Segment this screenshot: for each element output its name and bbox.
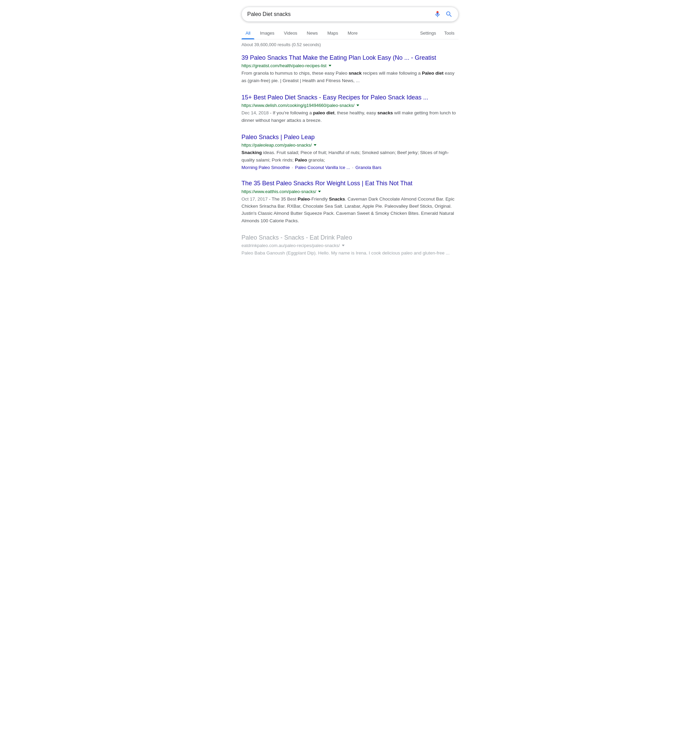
sub-links: Morning Paleo Smoothie · Paleo Coconut V… (241, 165, 459, 170)
result-title[interactable]: The 35 Best Paleo Snacks Ror Weight Loss… (241, 180, 459, 187)
nav-tabs: All Images Videos News Maps More Setting… (241, 27, 459, 39)
result-url[interactable]: https://www.eatthis.com/paleo-snacks/ (241, 189, 316, 194)
tab-videos[interactable]: Videos (280, 27, 302, 39)
sub-link-separator: · (352, 165, 353, 170)
result-item: 39 Paleo Snacks That Make the Eating Pla… (241, 54, 459, 84)
result-snippet: Dec 14, 2018 - If you're following a pal… (241, 109, 459, 124)
tab-news[interactable]: News (303, 27, 322, 39)
microphone-icon[interactable] (434, 11, 441, 18)
search-icons (434, 11, 453, 18)
result-url-line: https://www.delish.com/cooking/g19494660… (241, 103, 459, 108)
result-url-line: eatdrinkpaleo.com.au/paleo-recipes/paleo… (241, 243, 459, 248)
result-url-line: https://paleoleap.com/paleo-snacks/ (241, 142, 459, 148)
url-dropdown-arrow[interactable] (342, 245, 345, 246)
sub-link[interactable]: Morning Paleo Smoothie (241, 165, 290, 170)
result-title[interactable]: Paleo Snacks - Snacks - Eat Drink Paleo (241, 234, 459, 242)
sub-link-separator: · (292, 165, 293, 170)
result-title[interactable]: 39 Paleo Snacks That Make the Eating Pla… (241, 54, 459, 62)
search-icon[interactable] (445, 11, 453, 18)
sub-link[interactable]: Granola Bars (355, 165, 381, 170)
result-title[interactable]: Paleo Snacks | Paleo Leap (241, 133, 459, 141)
tab-images[interactable]: Images (256, 27, 278, 39)
tab-maps[interactable]: Maps (323, 27, 342, 39)
results-count: About 39,600,000 results (0.52 seconds) (241, 42, 459, 47)
result-item: 15+ Best Paleo Diet Snacks - Easy Recipe… (241, 94, 459, 124)
url-dropdown-arrow[interactable] (329, 65, 331, 67)
result-url-line: https://greatist.com/health/paleo-recipe… (241, 63, 459, 68)
url-dropdown-arrow[interactable] (356, 105, 359, 106)
url-dropdown-arrow[interactable] (314, 144, 316, 146)
result-url[interactable]: https://greatist.com/health/paleo-recipe… (241, 63, 327, 68)
sub-link[interactable]: Paleo Coconut Vanilla Ice ... (295, 165, 350, 170)
tools-link[interactable]: Tools (440, 27, 459, 39)
result-date: Oct 17, 2017 (241, 196, 267, 202)
result-snippet: Oct 17, 2017 - The 35 Best Paleo-Friendl… (241, 196, 459, 224)
result-url[interactable]: https://www.delish.com/cooking/g19494660… (241, 103, 355, 108)
result-snippet: Paleo Baba Ganoush (Eggplant Dip). Hello… (241, 249, 459, 257)
result-title[interactable]: 15+ Best Paleo Diet Snacks - Easy Recipe… (241, 94, 459, 102)
result-snippet: Snacking ideas. Fruit salad; Piece of fr… (241, 149, 459, 164)
search-input[interactable] (247, 11, 434, 17)
result-snippet: From granola to hummus to chips, these e… (241, 70, 459, 84)
search-bar (241, 7, 459, 22)
result-date: Dec 14, 2018 (241, 110, 269, 115)
result-url-line: https://www.eatthis.com/paleo-snacks/ (241, 189, 459, 194)
result-url[interactable]: eatdrinkpaleo.com.au/paleo-recipes/paleo… (241, 243, 340, 248)
result-item: Paleo Snacks - Snacks - Eat Drink Paleo … (241, 234, 459, 257)
result-item: The 35 Best Paleo Snacks Ror Weight Loss… (241, 180, 459, 224)
url-dropdown-arrow[interactable] (318, 191, 321, 193)
result-url[interactable]: https://paleoleap.com/paleo-snacks/ (241, 142, 312, 148)
result-item: Paleo Snacks | Paleo Leap https://paleol… (241, 133, 459, 170)
settings-link[interactable]: Settings (416, 27, 440, 39)
tab-more[interactable]: More (344, 27, 362, 39)
tab-all[interactable]: All (241, 27, 255, 39)
